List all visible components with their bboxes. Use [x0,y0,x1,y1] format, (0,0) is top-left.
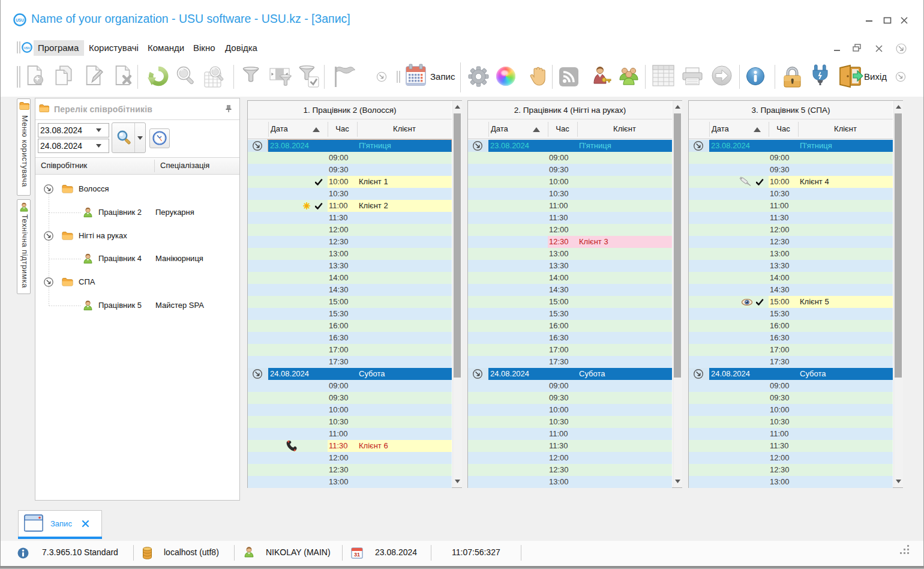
svg-text:USU: USU [16,18,24,22]
svg-text:USU: USU [24,46,31,50]
svg-text:31: 31 [354,552,360,558]
